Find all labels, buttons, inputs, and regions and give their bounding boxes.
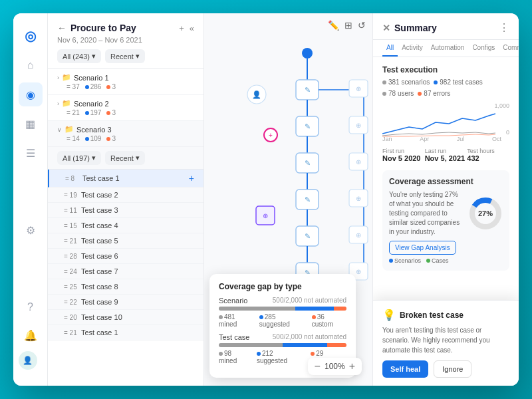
- svg-rect-2: [296, 80, 319, 100]
- test-case-item[interactable]: = 25 Test case 8: [48, 279, 203, 295]
- svg-rect-11: [296, 190, 319, 209]
- svg-rect-24: [349, 116, 368, 134]
- recent-filter[interactable]: Recent ▾: [105, 49, 145, 63]
- edit-icon[interactable]: ✏️: [328, 20, 339, 31]
- zoom-out-button[interactable]: −: [315, 360, 321, 372]
- execution-chart: 1,000 0 Jan Apr Jul Oct: [382, 102, 509, 142]
- test-case-item[interactable]: = 15 Test case 4: [48, 218, 203, 233]
- app-logo[interactable]: ◎: [19, 24, 43, 48]
- folder-icon: 📁: [62, 99, 71, 108]
- add-button[interactable]: +: [179, 23, 184, 33]
- list-item[interactable]: › 📁 Scenario 2 = 21 197 3: [48, 95, 203, 121]
- test-case-item[interactable]: = 8 Test case 1 +: [48, 170, 203, 188]
- svg-rect-5: [296, 116, 319, 136]
- sub-filter-row: All (197) ▾ Recent ▾: [48, 147, 203, 170]
- test-case-item[interactable]: = 21 Test case 1: [48, 325, 203, 340]
- sub-recent-filter[interactable]: Recent ▾: [105, 151, 145, 165]
- canvas-area[interactable]: ✏️ ⊞ ↺ ✎ ✎ ✎ ✎: [204, 13, 372, 386]
- svg-text:⊕: ⊕: [263, 212, 268, 219]
- close-summary-button[interactable]: ✕: [382, 23, 390, 33]
- svg-text:⊕: ⊕: [356, 85, 361, 92]
- test-case-item[interactable]: = 21 Test case 5: [48, 233, 203, 249]
- svg-rect-36: [256, 206, 275, 225]
- scenario-panel: ← Procure to Pay + « Nov 6, 2020 – Nov 6…: [48, 13, 204, 386]
- svg-rect-28: [349, 190, 368, 207]
- svg-text:⊕: ⊕: [356, 195, 361, 202]
- zoom-in-button[interactable]: +: [349, 360, 355, 372]
- svg-text:+: +: [269, 132, 273, 139]
- svg-text:⊕: ⊕: [356, 268, 361, 275]
- svg-rect-30: [349, 226, 368, 243]
- back-button[interactable]: ←: [57, 23, 66, 33]
- summary-tabs: All Activity Automation Configs Comments: [373, 40, 519, 57]
- layers-icon[interactable]: ⊞: [344, 20, 352, 31]
- chevron-right-icon: ›: [57, 74, 59, 81]
- svg-text:✎: ✎: [305, 159, 311, 167]
- all-filter[interactable]: All (243) ▾: [57, 49, 101, 63]
- svg-text:⊕: ⊕: [356, 158, 361, 166]
- panel-title: Procure to Pay: [70, 23, 136, 33]
- zoom-level: 100%: [325, 362, 345, 371]
- list-item[interactable]: › 📁 Scenario 1 = 37 286 3: [48, 69, 203, 95]
- svg-rect-22: [349, 80, 368, 97]
- coverage-assessment: Coverage assessment You're only testing …: [382, 170, 509, 271]
- sub-all-filter[interactable]: All (197) ▾: [57, 151, 101, 165]
- sidebar-settings[interactable]: ⚙: [19, 218, 43, 242]
- test-case-item[interactable]: = 22 Test case 9: [48, 295, 203, 310]
- test-case-list: = 8 Test case 1 + = 19 Test case 2 = 11 …: [48, 170, 203, 340]
- list-item[interactable]: ∨ 📁 Scenario 3 = 14 109 3: [48, 121, 203, 147]
- chevron-right-icon: ›: [57, 100, 59, 107]
- svg-point-0: [302, 48, 313, 59]
- tab-automation[interactable]: Automation: [427, 40, 469, 57]
- test-execution-title: Test execution: [382, 65, 509, 74]
- test-case-item[interactable]: = 11 Test case 3: [48, 203, 203, 218]
- svg-rect-14: [296, 226, 319, 246]
- test-case-item[interactable]: = 19 Test case 2: [48, 188, 203, 203]
- svg-text:⊕: ⊕: [356, 122, 361, 129]
- chevron-down-icon: ∨: [57, 126, 62, 133]
- svg-text:✎: ✎: [305, 196, 311, 203]
- scenario-coverage-row: Scenario 500/2,000 not automated 481 min…: [219, 297, 346, 328]
- tab-all[interactable]: All: [382, 40, 398, 57]
- sidebar-notifications[interactable]: 🔔: [19, 323, 43, 347]
- self-heal-button[interactable]: Self heal: [382, 360, 428, 378]
- sidebar-home[interactable]: ⌂: [19, 53, 43, 77]
- scenario-list: › 📁 Scenario 1 = 37 286 3 › 📁 Scenario 2: [48, 69, 203, 386]
- user-avatar[interactable]: 👤: [19, 351, 37, 370]
- date-range: Nov 6, 2020 – Nov 6 2021: [57, 36, 194, 44]
- sidebar-list[interactable]: ☰: [19, 141, 43, 165]
- broken-test-case-card: 💡 Broken test case You aren't testing th…: [373, 300, 519, 386]
- svg-text:✎: ✎: [305, 232, 311, 240]
- test-case-item[interactable]: = 20 Test case 10: [48, 310, 203, 325]
- test-case-item[interactable]: = 28 Test case 6: [48, 249, 203, 264]
- coverage-donut: 27%: [468, 196, 503, 231]
- zoom-controls: − 100% +: [308, 358, 362, 375]
- tab-comments[interactable]: Comments: [499, 40, 519, 57]
- bulb-icon: 💡: [382, 309, 396, 321]
- tab-activity[interactable]: Activity: [398, 40, 427, 57]
- tab-configs[interactable]: Configs: [468, 40, 499, 57]
- folder-icon: 📁: [62, 73, 71, 82]
- sidebar-grid[interactable]: ▦: [19, 112, 43, 136]
- add-test-icon[interactable]: +: [189, 173, 194, 184]
- svg-rect-26: [349, 153, 368, 170]
- sidebar-process[interactable]: ◉: [19, 82, 43, 106]
- folder-icon: 📁: [65, 125, 74, 134]
- panel-header: ← Procure to Pay + « Nov 6, 2020 – Nov 6…: [48, 13, 203, 69]
- broken-text: You aren't testing this test case or sce…: [382, 325, 509, 355]
- coverage-popup-title: Coverage gap by type: [219, 282, 346, 291]
- svg-text:👤: 👤: [252, 90, 261, 99]
- svg-text:✎: ✎: [305, 86, 311, 94]
- svg-rect-38: [247, 85, 266, 104]
- refresh-icon[interactable]: ↺: [358, 20, 366, 31]
- sidebar-help[interactable]: ?: [19, 295, 43, 319]
- summary-panel: ✕ Summary ⋮ All Activity Automation Conf…: [372, 13, 519, 386]
- test-case-item[interactable]: = 24 Test case 7: [48, 264, 203, 279]
- ignore-button[interactable]: Ignore: [434, 360, 471, 378]
- exec-stats: 381 scenarios 982 test cases 78 users 87…: [382, 78, 509, 97]
- run-info: First run Nov 5 2020 Last run Nov 5, 202…: [382, 148, 509, 162]
- view-gap-analysis-button[interactable]: View Gap Analysis: [389, 241, 456, 255]
- more-options-icon[interactable]: ⋮: [499, 21, 509, 34]
- summary-header: ✕ Summary ⋮: [373, 13, 519, 40]
- collapse-button[interactable]: «: [190, 23, 194, 33]
